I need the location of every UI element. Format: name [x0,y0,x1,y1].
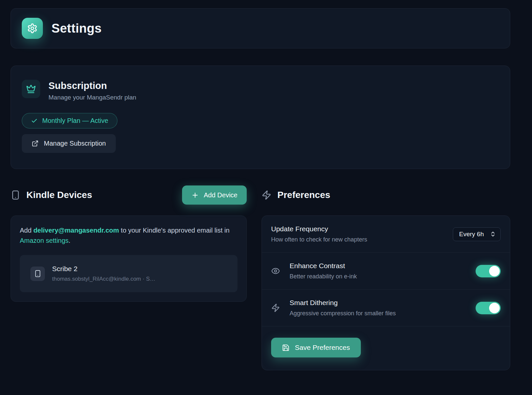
smart-dithering-title: Smart Dithering [290,299,476,307]
update-frequency-value: Every 6h [459,231,484,238]
plan-status-label: Monthly Plan — Active [42,117,108,125]
plus-icon [191,191,199,199]
subscription-title: Subscription [48,80,136,91]
preferences-card: Update Frequency How often to check for … [262,215,510,370]
toggle-knob [489,303,500,313]
amazon-settings-link[interactable]: Amazon settings [20,237,69,244]
update-frequency-description: How often to check for new chapters [271,236,453,243]
enhance-contrast-title: Enhance Contrast [290,262,476,270]
external-link-icon [32,140,39,147]
tablet-icon [34,270,42,277]
preferences-title: Preferences [277,190,330,200]
kindle-devices-title: Kindle Devices [26,190,92,200]
zap-icon [271,303,284,312]
zap-icon [262,190,271,200]
crown-icon [26,84,36,94]
add-device-label: Add Device [204,191,237,199]
toggle-knob [489,266,500,276]
plan-status-badge: Monthly Plan — Active [22,113,117,128]
enhance-contrast-row: Enhance Contrast Better readability on e… [262,252,510,289]
smart-dithering-description: Aggressive compression for smaller files [290,310,476,317]
check-icon [31,118,38,124]
eye-icon [271,267,284,275]
save-preferences-button[interactable]: Save Preferences [271,338,361,357]
settings-icon-badge [22,18,43,39]
save-icon [282,344,290,352]
chevrons-up-down-icon [490,231,496,237]
kindle-instructions: Add delivery@mangasendr.com to your Kind… [20,225,233,246]
smart-dithering-row: Smart Dithering Aggressive compression f… [262,289,510,326]
kindle-info-card: Add delivery@mangasendr.com to your Kind… [11,215,247,302]
subscription-icon-badge [22,80,40,98]
gear-icon [27,23,38,34]
save-preferences-label: Save Preferences [295,344,350,352]
update-frequency-row: Update Frequency How often to check for … [262,216,510,252]
kindle-devices-section: Kindle Devices Add Device Add delivery@m… [11,185,247,370]
save-row: Save Preferences [262,326,510,370]
instructions-prefix: Add [20,227,33,234]
tablet-icon [11,190,20,200]
smart-dithering-toggle[interactable] [476,302,501,314]
instructions-middle: to your Kindle's approved email list in [119,227,230,234]
subscription-subtitle: Manage your MangaSendr plan [48,94,136,101]
update-frequency-title: Update Frequency [271,225,453,233]
device-icon-badge [30,267,45,281]
delivery-email: delivery@mangasendr.com [33,227,119,234]
page-title: Settings [51,21,102,36]
enhance-contrast-toggle[interactable] [476,265,501,277]
device-row[interactable]: Scribe 2 thomas.sobstyl_RilAcc@kindle.co… [20,255,237,292]
subscription-card: Subscription Manage your MangaSendr plan… [11,66,510,169]
enhance-contrast-description: Better readability on e-ink [290,273,476,280]
settings-page: Settings Subscription Manage your MangaS… [0,0,532,370]
update-frequency-select[interactable]: Every 6h [453,227,501,241]
add-device-button[interactable]: Add Device [182,185,247,205]
preferences-section: Preferences Update Frequency How often t… [262,185,510,370]
device-name: Scribe 2 [52,265,155,273]
device-detail: thomas.sobstyl_RilAcc@kindle.com · S… [52,276,155,282]
instructions-suffix: . [69,237,71,244]
settings-header-card: Settings [11,8,510,48]
manage-subscription-button[interactable]: Manage Subscription [22,134,116,153]
manage-subscription-label: Manage Subscription [44,140,106,147]
